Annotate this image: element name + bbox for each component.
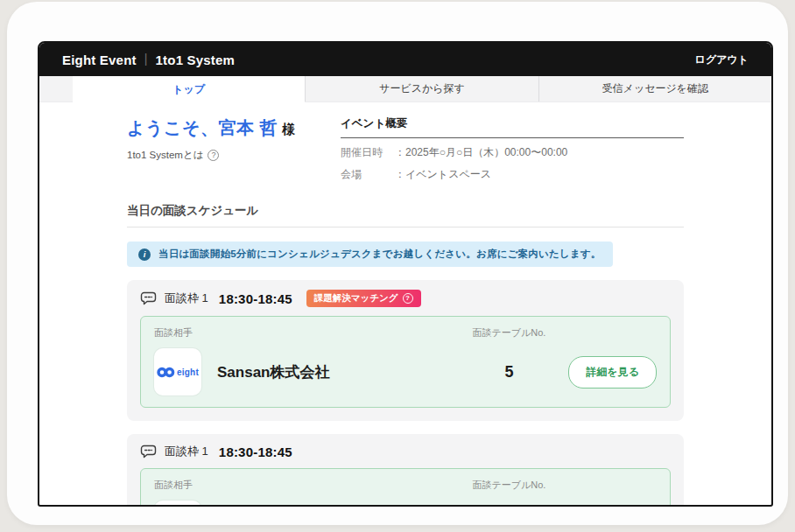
slot-header: 面談枠 1 18:30-18:45 課題解決マッチング ?	[140, 290, 671, 307]
partner-card: 面談相手 面談テーブルNo. sansan Sansan株式会社	[140, 468, 671, 507]
info-icon: i	[138, 248, 151, 261]
sansan-logo: sansan	[154, 500, 201, 507]
company-name: Sansan株式会社	[217, 362, 329, 382]
brand-primary: Eight Event	[62, 52, 137, 67]
event-venue-label: 会場	[341, 167, 395, 182]
event-venue-value: ：イベントスペース	[395, 167, 491, 182]
logout-button[interactable]: ログアウト	[695, 52, 749, 67]
about-system-link[interactable]: 1to1 Systemとは ?	[127, 149, 219, 162]
slot-label: 面談枠 1	[165, 290, 208, 306]
eight-logo: eight	[154, 348, 201, 396]
detail-button[interactable]: 詳細を見る	[568, 356, 657, 388]
app-window: Eight Event | 1to1 System ログアウト トップ サービス…	[38, 41, 773, 507]
notice-text: 当日は面談開始5分前にコンシェルジュデスクまでお越しください。お席にご案内いたし…	[158, 248, 602, 261]
main-content: ようこそ、宮本 哲様 1to1 Systemとは ? イベント概要 開催日時 ：…	[39, 116, 771, 507]
tab-top[interactable]: トップ	[73, 76, 305, 102]
table-no-label: 面談テーブルNo.	[468, 326, 549, 340]
partner-row: eight Sansan株式会社	[154, 348, 468, 396]
brand: Eight Event | 1to1 System	[62, 52, 235, 67]
page-background: Eight Event | 1to1 System ログアウト トップ サービス…	[0, 0, 795, 532]
partner-row: sansan Sansan株式会社	[154, 500, 468, 507]
tab-bar: トップ サービスから探す 受信メッセージを確認	[39, 76, 771, 102]
partner-card: 面談相手 面談テーブルNo. eight	[140, 316, 671, 408]
table-no-label: 面談テーブルNo.	[468, 479, 549, 492]
table-number: 5	[468, 363, 549, 382]
slot-header: 面談枠 1 18:30-18:45	[140, 444, 671, 459]
welcome-section: ようこそ、宮本 哲様 1to1 Systemとは ?	[127, 116, 341, 182]
app-header-bar: Eight Event | 1to1 System ログアウト	[39, 43, 771, 76]
welcome-honorific: 様	[282, 122, 296, 136]
matching-badge: 課題解決マッチング ?	[306, 290, 421, 307]
schedule-section-title: 当日の面談スケジュール	[127, 203, 684, 228]
matching-badge-label: 課題解決マッチング	[314, 292, 398, 304]
slot-time: 18:30-18:45	[219, 444, 292, 459]
about-system-label: 1to1 Systemとは	[127, 149, 203, 162]
slot-label: 面談枠 1	[165, 444, 208, 459]
welcome-greeting: ようこそ、宮本 哲	[127, 118, 278, 137]
brand-divider: |	[144, 52, 148, 66]
event-date-value: ：2025年○月○日（木）00:00〜00:00	[395, 145, 567, 160]
eight-infinity-icon	[157, 367, 175, 378]
partner-label: 面談相手	[154, 326, 468, 340]
eight-wordmark: eight	[177, 368, 199, 377]
tab-check-messages[interactable]: 受信メッセージを確認	[538, 76, 771, 102]
event-overview: イベント概要 開催日時 ：2025年○月○日（木）00:00〜00:00 会場 …	[341, 116, 684, 182]
device-frame-card: Eight Event | 1to1 System ログアウト トップ サービス…	[7, 2, 788, 525]
tab-search-services[interactable]: サービスから探す	[305, 76, 538, 102]
meeting-slot-card: 面談枠 1 18:30-18:45 面談相手 面談テーブルNo. sansan	[127, 434, 684, 507]
event-date-row: 開催日時 ：2025年○月○日（木）00:00〜00:00	[341, 145, 684, 160]
concierge-notice-banner: i 当日は面談開始5分前にコンシェルジュデスクまでお越しください。お席にご案内い…	[127, 242, 613, 267]
event-overview-title: イベント概要	[341, 116, 684, 138]
welcome-heading: ようこそ、宮本 哲様	[127, 116, 341, 140]
brand-secondary: 1to1 System	[156, 52, 236, 67]
meeting-slot-card: 面談枠 1 18:30-18:45 課題解決マッチング ? 面談相手 面談テーブ…	[127, 280, 684, 421]
chat-bubble-icon	[140, 291, 157, 305]
notice-wrap: i 当日は面談開始5分前にコンシェルジュデスクまでお越しください。お席にご案内い…	[127, 242, 684, 267]
slot-time: 18:30-18:45	[219, 291, 292, 306]
partner-label: 面談相手	[154, 479, 468, 492]
event-date-label: 開催日時	[341, 145, 395, 160]
badge-help-icon[interactable]: ?	[403, 293, 413, 304]
tab-bar-spacer	[39, 76, 73, 102]
chat-bubble-icon	[140, 444, 157, 458]
event-venue-row: 会場 ：イベントスペース	[341, 167, 684, 182]
top-row: ようこそ、宮本 哲様 1to1 Systemとは ? イベント概要 開催日時 ：…	[127, 116, 684, 182]
help-icon[interactable]: ?	[208, 150, 219, 161]
